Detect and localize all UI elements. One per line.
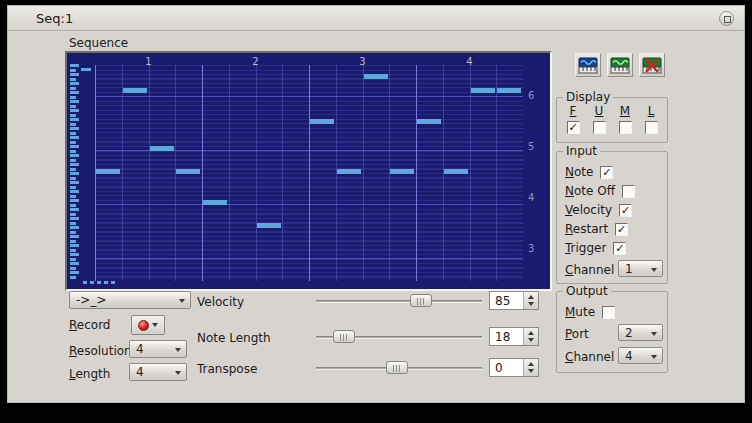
key-tick [70, 127, 79, 130]
sequence-section-label: Sequence [69, 36, 128, 50]
restart-checkbox[interactable]: ✓ [615, 223, 628, 236]
beat-label: 1 [145, 56, 151, 67]
delete-pattern-button[interactable] [639, 53, 665, 77]
transpose-slider[interactable] [316, 361, 482, 375]
key-tick [70, 199, 79, 202]
window-title: Seq:1 [36, 11, 73, 26]
key-tick [70, 253, 79, 256]
note-grid[interactable] [95, 65, 523, 281]
display-option-u: U [590, 104, 608, 134]
resolution-label: Resolution [69, 344, 132, 358]
spin-up-button[interactable] [528, 331, 534, 335]
note[interactable] [123, 88, 147, 93]
chevron-down-icon [651, 332, 657, 336]
chevron-down-icon [175, 371, 181, 375]
input-channel-label: Channel [565, 263, 614, 277]
length-label: Length [69, 367, 110, 381]
detach-button[interactable] [719, 11, 734, 26]
key-tick [70, 267, 76, 270]
checkmark: ✓ [602, 167, 611, 178]
note[interactable] [364, 74, 388, 79]
store-pattern-button[interactable] [575, 53, 601, 77]
display-l-checkbox[interactable] [645, 121, 658, 134]
mute-label: Mute [565, 305, 595, 319]
note-off-checkbox[interactable] [622, 185, 635, 198]
recall-pattern-button[interactable] [607, 53, 633, 77]
input-velocity-row: Velocity ✓ [565, 202, 661, 218]
slider-handle[interactable] [333, 330, 355, 343]
output-channel-combo[interactable]: 4 [618, 347, 663, 364]
output-group-title: Output [563, 284, 611, 298]
note[interactable] [497, 88, 521, 93]
chevron-down-icon [179, 299, 185, 303]
note-length-spinbox[interactable]: 18 [489, 327, 539, 346]
transpose-spinbox[interactable]: 0 [489, 358, 539, 377]
octave-label: 3 [528, 243, 534, 254]
keyboard-delete-red-x-icon [642, 57, 662, 74]
note[interactable] [203, 200, 227, 205]
key-tick [70, 73, 79, 76]
velocity-spinbox[interactable]: 85 [489, 291, 539, 310]
note[interactable] [444, 169, 468, 174]
checkmark: ✓ [617, 224, 626, 235]
slider-groove[interactable] [316, 300, 482, 303]
velocity-input-label: Velocity [565, 203, 612, 217]
display-u-checkbox[interactable] [593, 121, 606, 134]
note[interactable] [176, 169, 200, 174]
pattern-combo-value: ->_> [76, 293, 106, 307]
key-tick [70, 249, 76, 252]
port-combo[interactable]: 2 [618, 324, 663, 341]
note[interactable] [310, 119, 334, 124]
key-tick [70, 118, 79, 121]
output-mute-row: Mute [565, 304, 661, 320]
note[interactable] [150, 146, 174, 151]
pattern-combo[interactable]: ->_> [69, 291, 191, 309]
checkmark: ✓ [621, 205, 630, 216]
note[interactable] [257, 223, 281, 228]
key-tick [70, 240, 76, 243]
velocity-value: 85 [490, 292, 523, 309]
note-length-label: Note Length [197, 331, 271, 345]
note[interactable] [417, 119, 441, 124]
record-button[interactable] [131, 315, 165, 335]
spin-down-button[interactable] [528, 369, 534, 373]
sequence-grid[interactable]: 12346543 [65, 51, 552, 291]
input-channel-combo[interactable]: 1 [618, 260, 663, 277]
trigger-checkbox[interactable]: ✓ [613, 242, 626, 255]
slider-handle[interactable] [386, 361, 408, 374]
key-tick [70, 123, 76, 126]
note[interactable] [96, 169, 120, 174]
record-led-icon [138, 320, 149, 331]
key-tick [70, 271, 79, 274]
key-tick [70, 177, 76, 180]
velocity-checkbox[interactable]: ✓ [619, 204, 632, 217]
resolution-combo[interactable]: 4 [129, 340, 187, 358]
key-tick [70, 276, 76, 279]
key-tick [70, 226, 79, 229]
key-tick [70, 181, 79, 184]
velocity-slider[interactable] [316, 294, 482, 308]
note-length-slider[interactable] [316, 330, 482, 344]
note[interactable] [471, 88, 495, 93]
spin-up-button[interactable] [528, 362, 534, 366]
display-f-checkbox[interactable]: ✓ [567, 121, 580, 134]
note-checkbox[interactable]: ✓ [600, 166, 613, 179]
display-option-l: L [642, 104, 660, 134]
note[interactable] [337, 169, 361, 174]
slider-handle[interactable] [410, 294, 432, 307]
resolution-combo-value: 4 [136, 342, 144, 356]
input-group-title: Input [563, 144, 600, 158]
key-tick [70, 91, 79, 94]
input-note-off-row: Note Off [565, 183, 661, 199]
display-m-checkbox[interactable] [619, 121, 632, 134]
loop-marker [81, 68, 91, 71]
note[interactable] [390, 169, 414, 174]
length-combo[interactable]: 4 [129, 363, 187, 381]
spin-up-button[interactable] [528, 295, 534, 299]
titlebar[interactable]: Seq:1 [8, 6, 744, 31]
key-tick [70, 141, 76, 144]
mute-checkbox[interactable] [602, 306, 615, 319]
spin-down-button[interactable] [528, 338, 534, 342]
key-tick [70, 235, 79, 238]
spin-down-button[interactable] [528, 302, 534, 306]
